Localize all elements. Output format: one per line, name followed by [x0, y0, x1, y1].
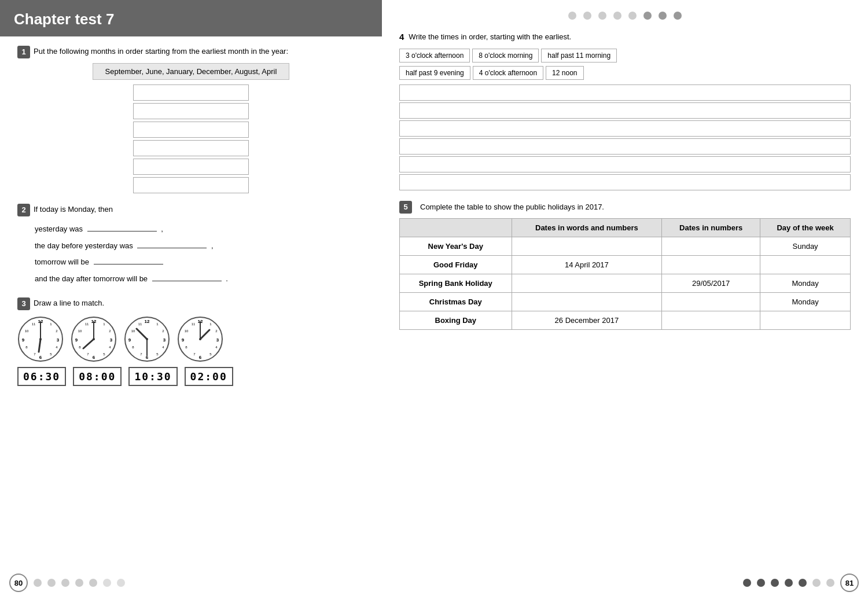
q1-label: 1: [17, 46, 30, 58]
q1-box-6[interactable]: [133, 177, 249, 193]
q2-line-4: and the day after tomorrow will be .: [35, 271, 365, 288]
q4-order-6[interactable]: [399, 174, 851, 190]
digital-row: 06:30 08:00 10:30 02:00: [17, 367, 365, 386]
svg-text:12: 12: [145, 319, 150, 324]
q3-header: 3 Draw a line to match.: [17, 297, 365, 310]
right-page-num-row: 81: [382, 574, 868, 592]
right-dot-4: [785, 579, 793, 587]
top-dot-3: [598, 12, 606, 20]
q4-order-4[interactable]: [399, 138, 851, 155]
q2-lines: yesterday was , the day before yesterday…: [35, 221, 365, 287]
q3-label: 3: [17, 297, 30, 310]
digital-2: 08:00: [73, 367, 122, 386]
q3-text: Draw a line to match.: [34, 297, 104, 309]
svg-text:11: 11: [32, 322, 36, 326]
row5-holiday: Boxing Day: [400, 311, 512, 329]
q1-box-4[interactable]: [133, 140, 249, 156]
q4-order-2[interactable]: [399, 102, 851, 119]
question-3: 3 Draw a line to match. 12 3 6 9 1 2 4 5: [17, 297, 365, 386]
svg-text:9: 9: [182, 337, 185, 343]
svg-text:9: 9: [128, 337, 131, 343]
svg-point-63: [199, 338, 201, 340]
row4-words[interactable]: [512, 292, 662, 311]
clock-2-container: 12 3 6 9 1 2 4 5 7 8 10 11: [71, 316, 117, 362]
svg-text:3: 3: [57, 337, 60, 343]
svg-text:10: 10: [131, 329, 135, 333]
q4-header: 4 Write the times in order, starting wit…: [399, 31, 851, 43]
left-page-number: 80: [9, 574, 28, 592]
q4-num: 4: [399, 32, 404, 42]
row4-numbers[interactable]: [662, 292, 760, 311]
q1-box-1[interactable]: [133, 84, 249, 101]
question-2: 2 If today is Monday, then yesterday was…: [17, 204, 365, 287]
question-4: 4 Write the times in order, starting wit…: [399, 31, 851, 190]
right-dot-6: [812, 579, 821, 587]
right-dot-3: [771, 579, 779, 587]
right-dot-7: [826, 579, 834, 587]
table-row-4: Christmas Day Monday: [400, 292, 851, 311]
clock-1: 12 3 6 9 1 2 4 5 7 8 10 11: [17, 316, 64, 362]
time-card-6: 12 noon: [546, 66, 583, 80]
time-card-1: 3 o'clock afternoon: [399, 49, 470, 63]
table-row-2: Good Friday 14 April 2017: [400, 255, 851, 274]
clock-3-container: 12 3 6 9 1 2 4 5 7 8 10 11: [124, 316, 170, 362]
time-cards-row-2: half past 9 evening 4 o'clock afternoon …: [399, 66, 851, 80]
q1-box-3[interactable]: [133, 122, 249, 138]
row4-holiday: Christmas Day: [400, 292, 512, 311]
svg-text:3: 3: [216, 337, 219, 343]
q2-text: If today is Monday, then: [34, 204, 113, 215]
svg-text:10: 10: [25, 329, 29, 333]
row1-words[interactable]: [512, 237, 662, 255]
row5-day[interactable]: [760, 311, 851, 329]
digital-3: 10:30: [128, 367, 177, 386]
digital-2-container: 08:00: [73, 367, 122, 386]
right-dot-2: [757, 579, 765, 587]
row1-holiday: New Year's Day: [400, 237, 512, 255]
right-page: 4 Write the times in order, starting wit…: [382, 0, 868, 599]
chapter-header: Chapter test 7: [0, 0, 382, 36]
row1-numbers[interactable]: [662, 237, 760, 255]
q2-fill-2[interactable]: [137, 248, 207, 248]
clock-4: 12 3 6 9 1 2 4 5 7 8 10 11: [177, 316, 223, 362]
left-dot-3: [61, 579, 69, 587]
svg-point-15: [39, 338, 42, 340]
row3-words[interactable]: [512, 274, 662, 292]
q1-box-5[interactable]: [133, 159, 249, 175]
left-dot-6: [103, 579, 111, 587]
svg-point-47: [146, 338, 148, 340]
q2-line-2: the day before yesterday was ,: [35, 238, 365, 255]
row2-day[interactable]: [760, 255, 851, 274]
row4-day: Monday: [760, 292, 851, 311]
row2-numbers[interactable]: [662, 255, 760, 274]
q2-fill-3[interactable]: [94, 264, 163, 264]
row1-day: Sunday: [760, 237, 851, 255]
q5-header: 5 Complete the table to show the public …: [399, 201, 851, 214]
row5-numbers[interactable]: [662, 311, 760, 329]
q4-order-3[interactable]: [399, 120, 851, 137]
months-box: September, June, January, December, Augu…: [93, 63, 289, 80]
svg-text:11: 11: [192, 322, 196, 326]
q1-text: Put the following months in order starti…: [34, 46, 288, 57]
q2-line1-suffix: ,: [161, 225, 163, 233]
q5-text: Complete the table to show the public ho…: [420, 201, 604, 213]
q2-fill-4[interactable]: [152, 281, 222, 281]
q2-fill-1[interactable]: [87, 231, 157, 231]
left-content: 1 Put the following months in order star…: [0, 46, 382, 408]
svg-text:9: 9: [22, 337, 25, 343]
svg-text:3: 3: [163, 337, 166, 343]
clock-1-container: 12 3 6 9 1 2 4 5 7 8 10 11: [17, 316, 64, 362]
time-cards-row-1: 3 o'clock afternoon 8 o'clock morning ha…: [399, 49, 851, 63]
row2-holiday: Good Friday: [400, 255, 512, 274]
q4-order-boxes: [399, 84, 851, 190]
left-page-num-row: 80: [0, 574, 382, 592]
svg-text:10: 10: [78, 329, 82, 333]
clock-3: 12 3 6 9 1 2 4 5 7 8 10 11: [124, 316, 170, 362]
row3-numbers: 29/05/2017: [662, 274, 760, 292]
q2-label: 2: [17, 204, 30, 216]
time-card-5: 4 o'clock afternoon: [473, 66, 543, 80]
digital-1-container: 06:30: [17, 367, 66, 386]
time-card-3: half past 11 morning: [541, 49, 617, 63]
q4-order-1[interactable]: [399, 84, 851, 101]
q1-box-2[interactable]: [133, 103, 249, 119]
q4-order-5[interactable]: [399, 156, 851, 172]
